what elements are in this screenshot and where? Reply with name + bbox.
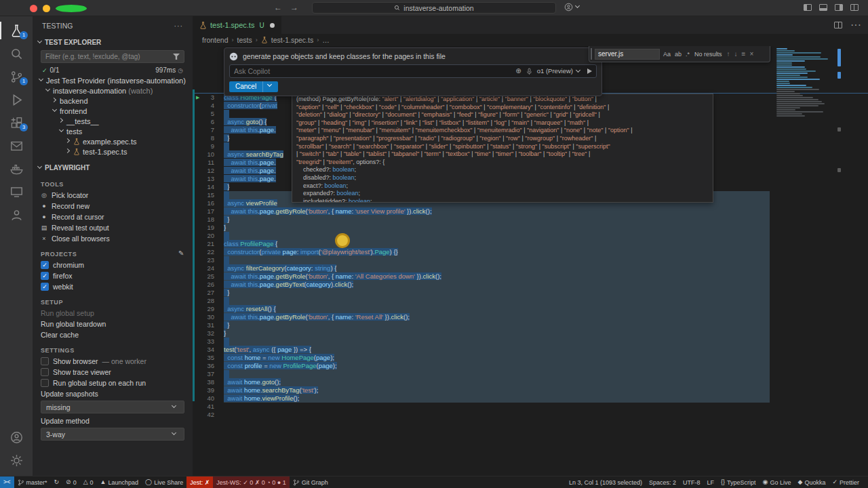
toggle-panel-icon[interactable] [819, 4, 827, 11]
status-eol[interactable]: LF [704, 476, 718, 488]
tree-item-tests[interactable]: __tests__ [33, 116, 193, 126]
account-menu[interactable] [564, 3, 583, 12]
close-icon[interactable]: × [749, 50, 754, 58]
forward-icon[interactable]: → [290, 3, 298, 12]
item-webkit[interactable]: ✓webkit [33, 281, 193, 292]
overview-ruler[interactable] [837, 46, 842, 476]
status-sync[interactable]: ↻ [51, 476, 63, 488]
test-filter-input[interactable] [45, 53, 173, 60]
filter-icon[interactable] [173, 54, 180, 60]
status-encoding[interactable]: UTF-8 [679, 476, 704, 488]
tree-item-jest-test-provider-instaverse-automation[interactable]: Jest Test Provider (instaverse-automatio… [33, 75, 193, 85]
next-match-icon[interactable]: ↓ [734, 50, 738, 58]
status-remote-indicator[interactable]: >< [0, 476, 14, 488]
activity-item-search[interactable] [0, 42, 33, 65]
status-go-live[interactable]: ◉Go Live [760, 476, 795, 488]
tab-test-1-spec[interactable]: test-1.spec.ts U [193, 16, 281, 34]
checkbox[interactable] [41, 379, 49, 387]
status-quokka[interactable]: ◆Quokka [794, 476, 829, 488]
toggle-sidebar-icon[interactable] [804, 4, 812, 11]
tree-item-test-1-spec-ts[interactable]: test-1.spec.ts [33, 146, 193, 157]
activity-item-mail[interactable] [0, 134, 33, 157]
send-icon[interactable] [587, 68, 592, 74]
previous-match-icon[interactable]: ↑ [726, 50, 731, 58]
cancel-button[interactable]: Cancel [229, 81, 278, 92]
select-3-way[interactable]: 3-way [41, 428, 184, 441]
status-live-share[interactable]: ◯Live Share [142, 476, 186, 488]
edit-icon[interactable]: ✎ [178, 249, 184, 257]
item-show-trace-viewer[interactable]: Show trace viewer [33, 367, 193, 378]
tree-item-instaverse-automation[interactable]: instaverse-automation(watch) [33, 85, 193, 96]
run-test-icon[interactable]: ▶ [196, 94, 199, 102]
checkbox[interactable]: ✓ [41, 283, 49, 291]
activity-item-remote-explorer[interactable] [0, 180, 33, 203]
back-icon[interactable]: ← [274, 3, 282, 12]
section-playwright[interactable]: PLAYWRIGHT [33, 161, 193, 174]
whole-word-icon[interactable]: ab [674, 50, 682, 58]
split-editor-icon[interactable] [834, 22, 842, 28]
minimap[interactable] [773, 46, 835, 236]
status-errors[interactable]: ⊘0 [62, 476, 80, 488]
tree-item-frontend[interactable]: frontend [33, 106, 193, 116]
zoom-window-button[interactable] [56, 5, 87, 12]
item-record-at-cursor[interactable]: ●Record at cursor [33, 211, 193, 222]
item-clear-cache[interactable]: Clear cache [33, 329, 193, 340]
tree-item-example-spec-ts[interactable]: example.spec.ts [33, 136, 193, 146]
status-launchpad[interactable]: ▲Launchpad [97, 476, 142, 488]
activity-item-docker[interactable] [0, 157, 33, 180]
item-reveal-test-output[interactable]: ▤Reveal test output [33, 222, 193, 233]
find-in-selection-icon[interactable]: ≡ [741, 50, 747, 58]
tree-item-tests[interactable]: tests [33, 126, 193, 136]
item-run-global-teardown[interactable]: Run global teardown [33, 319, 193, 329]
activity-item-settings[interactable] [0, 449, 33, 472]
status-git-branch[interactable]: master* [14, 476, 51, 488]
status-git-graph[interactable]: Git Graph [290, 476, 332, 488]
item-chromium[interactable]: ✓chromium [33, 260, 193, 270]
activity-item-testing[interactable]: 1 [0, 19, 33, 42]
item-show-browser[interactable]: Show browser— one worker [33, 356, 193, 367]
checkbox[interactable]: ✓ [41, 272, 49, 280]
item-firefox[interactable]: ✓firefox [33, 270, 193, 281]
breadcrumb-item-test-1-spec-ts[interactable]: test-1.spec.ts [271, 36, 313, 44]
checkbox[interactable]: ✓ [41, 261, 49, 269]
command-center[interactable]: instaverse-automation [312, 2, 556, 14]
breadcrumb-item-tests[interactable]: tests [237, 36, 252, 44]
activity-item-run-debug[interactable] [0, 88, 33, 111]
breadcrumb-item-frontend[interactable]: frontend [202, 36, 229, 44]
checkbox[interactable] [41, 357, 49, 365]
checkbox[interactable] [41, 368, 49, 376]
more-actions-icon[interactable]: ··· [174, 22, 184, 30]
status-jest-status[interactable]: Jest: ✗ [186, 476, 213, 488]
select-missing[interactable]: missing [41, 401, 184, 413]
status-prettier[interactable]: ✓Prettier [829, 476, 863, 488]
status-jest-ws-status[interactable]: Jest-WS: ✓ 0 ✗ 0 ◔ 0 ● 1 [213, 476, 289, 488]
status-warnings[interactable]: △0 [80, 476, 97, 488]
copilot-input[interactable] [234, 67, 511, 75]
regex-icon[interactable]: .* [685, 50, 690, 58]
toggle-secondary-sidebar-icon[interactable] [835, 4, 843, 11]
item-update-snapshots[interactable]: Update snapshots [33, 388, 193, 399]
item-record-new[interactable]: ●Record new [33, 201, 193, 211]
activity-item-source-control[interactable]: 1 [0, 65, 33, 88]
status-indentation[interactable]: Spaces: 2 [646, 476, 679, 488]
status-cursor-position[interactable]: Ln 3, Col 1 (1093 selected) [566, 476, 646, 488]
activity-item-extensions[interactable]: 3 [0, 111, 33, 134]
item-run-global-setup-on-each-run[interactable]: Run global setup on each run [33, 378, 193, 388]
section-test-explorer[interactable]: TEST EXPLORER [33, 35, 193, 49]
unsaved-dot-icon[interactable] [270, 23, 275, 28]
item-close-all-browsers[interactable]: ×Close all browsers [33, 233, 193, 244]
status-language-mode[interactable]: {}TypeScript [717, 476, 760, 488]
match-case-icon[interactable]: Aa [663, 50, 671, 58]
item-update-method[interactable]: Update method [33, 415, 193, 426]
minimize-window-button[interactable] [43, 5, 50, 12]
model-picker[interactable]: o1 (Preview) [537, 67, 583, 75]
customize-layout-icon[interactable] [850, 4, 859, 11]
tree-item-backend[interactable]: backend [33, 96, 193, 106]
item-pick-locator[interactable]: ◎Pick locator [33, 190, 193, 201]
editor-more-actions-icon[interactable]: ··· [850, 19, 861, 31]
attach-icon[interactable]: ⊕ [515, 67, 521, 75]
microphone-icon[interactable] [526, 68, 533, 75]
breadcrumb-item-[interactable]: … [322, 36, 330, 44]
activity-item-live-share[interactable] [0, 203, 33, 226]
code-editor[interactable]: 3▶class HomePage {4 constructor(privat56… [193, 46, 868, 476]
